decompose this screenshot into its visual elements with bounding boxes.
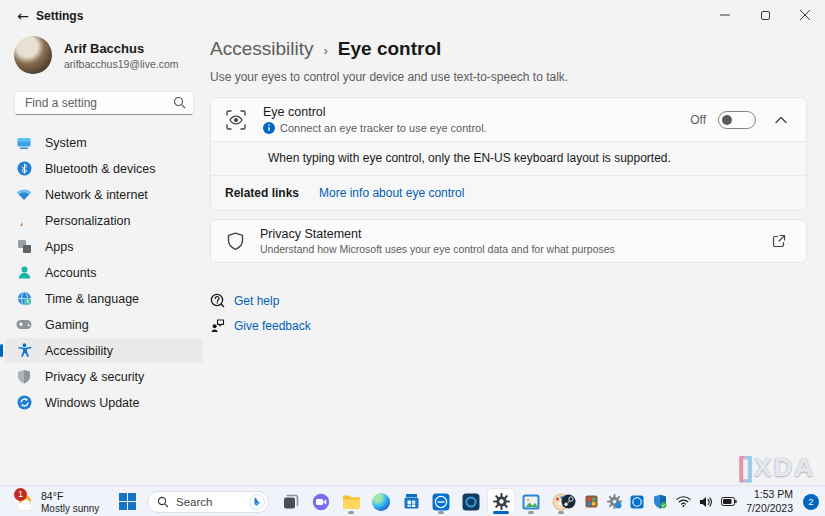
microsoft-store-icon (403, 493, 420, 510)
weather-widget[interactable]: 1 84°F Mostly sunny (7, 488, 105, 515)
info-icon (263, 122, 275, 134)
collapse-button[interactable] (768, 107, 794, 133)
give-feedback-label: Give feedback (234, 319, 311, 333)
dell-display-manager-icon (462, 493, 480, 511)
chat-button[interactable] (307, 488, 335, 515)
minimize-icon (720, 10, 730, 20)
sidebar-item-system[interactable]: System (5, 130, 203, 155)
search-input[interactable] (14, 91, 194, 115)
breadcrumb-accessibility[interactable]: Accessibility (210, 38, 313, 60)
settings-app-button[interactable] (487, 488, 515, 515)
sidebar-item-privacy-security[interactable]: Privacy & security (5, 364, 203, 389)
windows-logo-icon (119, 493, 136, 510)
user-email: arifbacchus19@live.com (64, 58, 179, 70)
clock[interactable]: 1:53 PM 7/20/2023 (744, 488, 795, 514)
give-feedback-icon (210, 318, 225, 333)
settings-gear-icon (493, 493, 510, 510)
main-content: Accessibility › Eye control Use your eye… (208, 32, 825, 485)
eye-control-icon (225, 109, 247, 131)
taskbar-search[interactable]: Search (147, 491, 269, 513)
dell-display-manager-button[interactable] (457, 488, 485, 515)
minimize-button[interactable] (705, 0, 745, 30)
battery-icon[interactable] (721, 494, 737, 510)
toggle-knob (722, 115, 732, 125)
sidebar-item-label: Bluetooth & devices (45, 162, 156, 176)
eye-control-toggle[interactable] (718, 111, 756, 129)
chat-icon (312, 493, 330, 511)
help-links: Get help Give feedback (210, 293, 807, 333)
tray-steam-icon[interactable] (560, 494, 576, 510)
weather-condition: Mostly sunny (41, 503, 99, 514)
back-icon: ← (17, 8, 29, 24)
edge-icon (372, 493, 390, 511)
external-link-button[interactable] (766, 228, 792, 254)
dell-app-icon (432, 493, 450, 511)
sidebar-item-apps[interactable]: Apps (5, 234, 203, 259)
sidebar-item-label: Time & language (45, 292, 139, 306)
bing-icon (249, 494, 265, 510)
eye-control-info: Connect an eye tracker to use eye contro… (280, 122, 487, 134)
sidebar-item-label: Windows Update (45, 396, 140, 410)
sidebar-item-label: Personalization (45, 214, 130, 228)
tray-gear-icon[interactable] (606, 494, 622, 510)
more-info-link[interactable]: More info about eye control (319, 186, 464, 200)
start-button[interactable] (113, 488, 141, 515)
back-button[interactable]: ← (10, 4, 36, 28)
sidebar-item-label: Accounts (45, 266, 96, 280)
sidebar-item-accounts[interactable]: Accounts (5, 260, 203, 285)
task-view-button[interactable] (277, 488, 305, 515)
sidebar-item-bluetooth[interactable]: Bluetooth & devices (5, 156, 203, 181)
tray-security-icon[interactable] (652, 494, 668, 510)
sidebar-item-gaming[interactable]: Gaming (5, 312, 203, 337)
close-button[interactable] (785, 0, 825, 30)
screenshot-app-button[interactable] (517, 488, 545, 515)
file-explorer-button[interactable] (337, 488, 365, 515)
sidebar-item-label: Network & internet (45, 188, 148, 202)
wifi-icon[interactable] (675, 494, 691, 510)
search-icon (173, 96, 186, 109)
sidebar-item-label: Apps (45, 240, 74, 254)
page-title: Eye control (338, 38, 441, 60)
privacy-statement-card[interactable]: Privacy Statement Understand how Microso… (210, 219, 807, 263)
privacy-title: Privacy Statement (260, 227, 615, 241)
user-profile[interactable]: Arif Bacchus arifbacchus19@live.com (14, 36, 194, 74)
sidebar-item-windows-update[interactable]: Windows Update (5, 390, 203, 415)
apps-icon (16, 239, 32, 255)
volume-icon[interactable] (698, 494, 714, 510)
taskbar-search-label: Search (176, 496, 242, 508)
microsoft-store-button[interactable] (397, 488, 425, 515)
file-explorer-icon (342, 494, 361, 510)
running-indicator (348, 511, 354, 514)
personalization-icon (16, 213, 32, 229)
toggle-state-label: Off (690, 113, 706, 127)
give-feedback-link[interactable]: Give feedback (210, 318, 311, 333)
edge-button[interactable] (367, 488, 395, 515)
sidebar-item-personalization[interactable]: Personalization (5, 208, 203, 233)
sidebar-item-time-language[interactable]: Time & language (5, 286, 203, 311)
get-help-link[interactable]: Get help (210, 293, 279, 308)
dell-app-button[interactable] (427, 488, 455, 515)
maximize-button[interactable] (745, 0, 785, 30)
tray-dell-icon[interactable] (629, 494, 645, 510)
eye-control-title: Eye control (263, 105, 487, 119)
avatar (14, 36, 52, 74)
titlebar: ← Settings (0, 0, 825, 32)
get-help-icon (210, 293, 225, 308)
sidebar-item-label: Gaming (45, 318, 89, 332)
bluetooth-icon (16, 161, 32, 177)
date: 7/20/2023 (746, 502, 793, 515)
tray-app-grid-icon[interactable] (583, 494, 599, 510)
weather-temp: 84°F (41, 490, 99, 502)
network-icon (16, 187, 32, 203)
user-name: Arif Bacchus (64, 41, 179, 56)
page-subtitle: Use your eyes to control your device and… (210, 70, 807, 84)
weather-icon: 1 (13, 491, 35, 513)
sidebar-item-network[interactable]: Network & internet (5, 182, 203, 207)
sidebar-item-accessibility[interactable]: Accessibility (5, 338, 203, 363)
accessibility-icon (16, 343, 32, 359)
notification-badge[interactable]: 2 (803, 494, 819, 510)
privacy-icon (16, 369, 32, 385)
related-links-label: Related links (225, 186, 299, 200)
accounts-icon (16, 265, 32, 281)
breadcrumb: Accessibility › Eye control (210, 38, 807, 60)
